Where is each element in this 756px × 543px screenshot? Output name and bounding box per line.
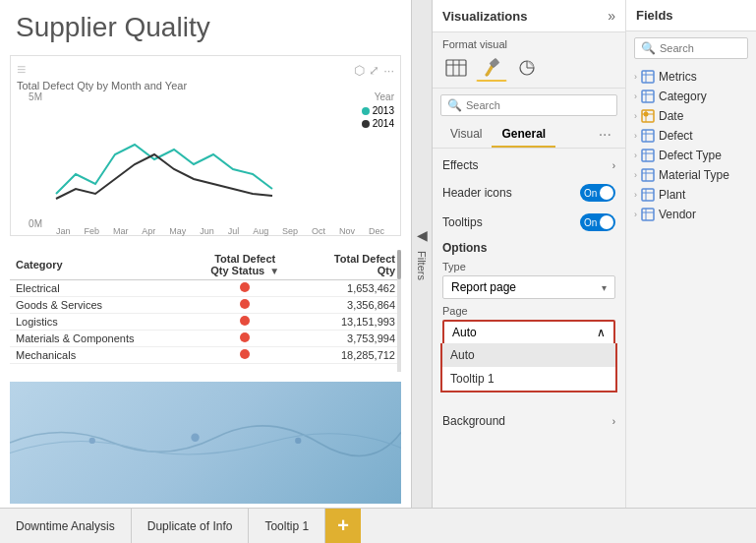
viz-search-input[interactable] xyxy=(466,99,611,111)
field-chevron-icon: › xyxy=(634,151,637,160)
cell-status xyxy=(190,297,301,314)
field-item-defect-type[interactable]: › Defect Type xyxy=(626,146,756,165)
field-item-material-type[interactable]: › Material Type xyxy=(626,165,756,185)
tab-general[interactable]: General xyxy=(492,122,555,148)
fields-panel: Fields 🔍 › Metrics › Category xyxy=(626,0,756,508)
effects-chevron: › xyxy=(612,160,615,171)
analytics-icon-btn[interactable] xyxy=(511,54,543,82)
svg-point-0 xyxy=(89,438,95,444)
background-label: Background xyxy=(442,414,505,428)
fields-header: Fields xyxy=(626,0,756,31)
tab-downtime-analysis[interactable]: Downtime Analysis xyxy=(0,509,132,543)
page-option-auto[interactable]: Auto xyxy=(442,343,615,367)
brush-icon-btn[interactable] xyxy=(476,54,507,82)
field-name: Plant xyxy=(659,188,685,202)
svg-rect-24 xyxy=(642,150,654,161)
fields-search-input[interactable] xyxy=(660,42,756,54)
tab-duplicate-info[interactable]: Duplicate of Info xyxy=(132,509,250,543)
status-dot xyxy=(240,349,250,359)
svg-rect-27 xyxy=(642,169,654,181)
type-chevron-icon: ▾ xyxy=(602,282,607,293)
page-option-tooltip1[interactable]: Tooltip 1 xyxy=(442,367,615,391)
tooltips-section[interactable]: Tooltips On xyxy=(433,208,625,237)
field-name: Defect xyxy=(659,129,693,143)
background-section[interactable]: Background › xyxy=(433,408,625,434)
tooltips-label: Tooltips xyxy=(442,215,483,229)
page-options-list: Auto Tooltip 1 xyxy=(440,343,617,392)
legend-2013: 2013 xyxy=(362,105,394,116)
chart-toolbar: ⬡ ⤢ ··· xyxy=(354,63,394,78)
field-chevron-icon: › xyxy=(634,72,637,82)
cell-category: Mechanicals xyxy=(10,347,190,364)
svg-rect-14 xyxy=(642,90,654,102)
field-name: Vendor xyxy=(659,208,696,221)
cell-category: Logistics xyxy=(10,314,190,331)
table-row: Logistics 13,151,993 xyxy=(10,314,401,331)
expand-icon[interactable]: ⤢ xyxy=(369,63,379,78)
page-dropdown[interactable]: Auto ∧ Auto Tooltip 1 xyxy=(442,320,615,345)
field-item-date[interactable]: › Date xyxy=(626,106,756,126)
cell-qty: 18,285,712 xyxy=(301,347,401,364)
field-item-vendor[interactable]: › Vendor xyxy=(626,205,756,224)
header-icons-label: Header icons xyxy=(442,186,512,200)
viz-header: Visualizations » xyxy=(433,0,625,32)
bottom-tabs: Downtime Analysis Duplicate of Info Tool… xyxy=(0,508,756,543)
cell-category: Materials & Components xyxy=(10,331,190,347)
field-name: Material Type xyxy=(659,168,729,182)
tab-tooltip-1[interactable]: Tooltip 1 xyxy=(249,509,325,543)
options-section: Options Type Report page ▾ Page Auto ∧ xyxy=(433,237,625,349)
col-qty: Total DefectQty xyxy=(301,250,401,280)
report-canvas: Supplier Quality ≡ ⬡ ⤢ ··· Total Defect … xyxy=(0,0,411,508)
header-icons-section[interactable]: Header icons On xyxy=(433,178,625,208)
line-chart-svg xyxy=(46,105,394,223)
field-table-icon xyxy=(641,129,655,143)
viz-search-icon: 🔍 xyxy=(447,98,462,112)
chart-title: Total Defect Qty by Month and Year xyxy=(17,80,394,91)
viz-search-box[interactable]: 🔍 xyxy=(440,94,617,116)
viz-icons-row xyxy=(433,52,625,89)
viz-expand-icon[interactable]: » xyxy=(608,8,615,24)
header-icons-toggle[interactable]: On xyxy=(580,184,615,202)
chart-visual: ≡ ⬡ ⤢ ··· Total Defect Qty by Month and … xyxy=(10,55,401,236)
type-dropdown[interactable]: Report page ▾ xyxy=(442,275,615,299)
svg-rect-3 xyxy=(446,60,466,76)
tab-more-icon[interactable]: ··· xyxy=(593,122,617,148)
tooltips-toggle[interactable]: On xyxy=(580,213,615,231)
field-table-icon xyxy=(641,90,655,103)
field-chevron-icon: › xyxy=(634,91,637,101)
tab-visual[interactable]: Visual xyxy=(440,122,492,148)
tab-add-button[interactable]: + xyxy=(325,509,361,543)
field-item-defect[interactable]: › Defect xyxy=(626,126,756,146)
fields-search-box[interactable]: 🔍 xyxy=(634,37,748,59)
options-label: Options xyxy=(442,241,615,255)
visualizations-panel: Visualizations » Format visual xyxy=(433,0,626,508)
more-icon[interactable]: ··· xyxy=(383,63,394,78)
viz-panel-title: Visualizations xyxy=(442,9,527,24)
svg-point-2 xyxy=(295,438,301,444)
scrollbar[interactable] xyxy=(397,250,401,372)
field-item-category[interactable]: › Category xyxy=(626,87,756,106)
cell-qty: 3,356,864 xyxy=(301,297,401,314)
svg-rect-17 xyxy=(642,110,654,122)
page-label: Page xyxy=(442,305,615,317)
paint-brush-icon xyxy=(481,57,502,79)
drag-handle: ≡ xyxy=(17,62,26,78)
field-item-plant[interactable]: › Plant xyxy=(626,185,756,205)
field-table-icon xyxy=(641,109,655,123)
y-axis: 5M 0M xyxy=(17,91,46,229)
filter-icon[interactable]: ⬡ xyxy=(354,63,365,78)
cell-status xyxy=(190,314,301,331)
field-table-icon xyxy=(641,70,655,84)
svg-point-20 xyxy=(644,112,649,117)
filters-panel[interactable]: ◀ Filters xyxy=(411,0,433,508)
table-row: Goods & Services 3,356,864 xyxy=(10,297,401,314)
chart-svg: Year JanFebMarAprMayJun JulAugSepOctNovD… xyxy=(46,91,394,229)
table-row: Mechanicals 18,285,712 xyxy=(10,347,401,364)
tooltips-toggle-knob xyxy=(600,215,613,229)
field-table-icon xyxy=(641,168,655,182)
table-icon-btn[interactable] xyxy=(440,54,472,82)
cell-category: Goods & Services xyxy=(10,297,190,314)
field-item-metrics[interactable]: › Metrics xyxy=(626,67,756,87)
cell-qty: 1,653,462 xyxy=(301,280,401,297)
effects-section[interactable]: Effects › xyxy=(433,152,625,178)
